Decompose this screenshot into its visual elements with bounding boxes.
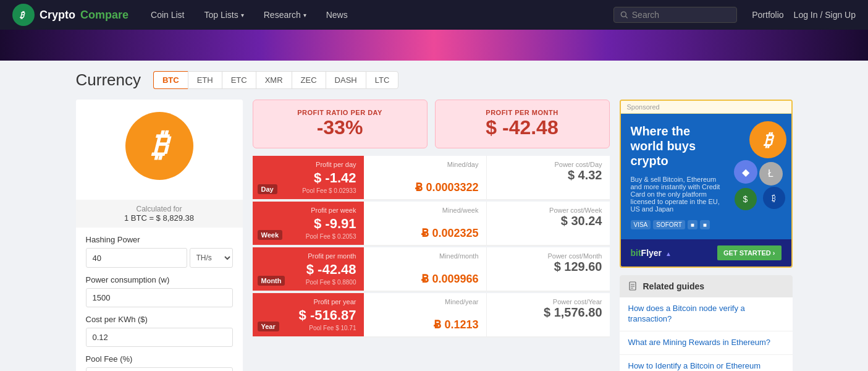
- tab-ltc[interactable]: LTC: [366, 71, 399, 89]
- mined-label: Mined/year: [371, 298, 479, 305]
- tab-eth[interactable]: ETH: [188, 71, 222, 89]
- mined-value: Ƀ 0.1213: [371, 318, 479, 331]
- search-icon: [620, 11, 628, 19]
- ad-description: Buy & sell Bitcoin, Ethereum and more in…: [631, 176, 720, 213]
- mined-value: Ƀ 0.002325: [371, 226, 479, 240]
- portfolio-link[interactable]: Portfolio: [752, 10, 783, 20]
- currency-header: Currency BTC ETH ETC XMR ZEC DASH LTC: [76, 70, 793, 90]
- tab-xmr[interactable]: XMR: [256, 71, 292, 89]
- list-item[interactable]: How does a Bitcoin node verify a transac…: [620, 297, 793, 331]
- page-title: Currency: [76, 70, 141, 90]
- mined-label: Mined/month: [371, 252, 479, 260]
- calc-for-label: Calculated for: [81, 205, 238, 213]
- brand-logo-area[interactable]: ₿ CryptoCompare: [12, 4, 129, 26]
- period-badge: Day: [258, 184, 277, 194]
- btc-symbol: ₿: [151, 126, 167, 163]
- list-item[interactable]: How to Identify a Bitcoin or Ethereum: [620, 355, 793, 371]
- profit-label: Profit per year: [260, 298, 356, 305]
- profit-value: $ -516.87: [260, 307, 356, 323]
- ad-ltc-icon: Ł: [759, 162, 783, 186]
- tab-zec[interactable]: ZEC: [292, 71, 326, 89]
- search-box[interactable]: [613, 7, 737, 23]
- ad-box[interactable]: Sponsored Where the world buys crypto ₿ …: [620, 100, 793, 268]
- cost-per-kwh-input[interactable]: [86, 328, 233, 347]
- hashing-power-unit-select[interactable]: TH/s GH/s MH/s: [190, 248, 233, 268]
- get-started-button[interactable]: GET STARTED ›: [717, 245, 782, 260]
- hashing-power-row: TH/s GH/s MH/s: [86, 248, 233, 268]
- nav-research[interactable]: Research ▾: [256, 1, 314, 28]
- profit-cell-right: Power cost/Day $ 4.32: [487, 156, 610, 199]
- table-row: Profit per day $ -1.42 Pool Fee $ 0.0293…: [253, 156, 610, 200]
- bitflyer-logo: bitFlyer ▲: [631, 248, 672, 258]
- cost-per-kwh-label: Cost per KWh ($): [86, 315, 233, 324]
- power-consumption-input[interactable]: [86, 288, 233, 307]
- profit-label: Profit per week: [260, 207, 356, 214]
- main-layout: ₿ Calculated for 1 BTC = $ 8,829.38 Hash…: [76, 100, 793, 371]
- list-item[interactable]: What are Mining Rewards in Ethereum?: [620, 331, 793, 355]
- currency-tabs: BTC ETH ETC XMR ZEC DASH LTC: [153, 71, 398, 89]
- ad-footer: bitFlyer ▲ GET STARTED ›: [621, 239, 791, 267]
- profit-cell-right: Power cost/Year $ 1,576.80: [487, 293, 610, 336]
- profit-cell-right: Power cost/Week $ 30.24: [487, 202, 610, 245]
- pool-fee-label: Pool Fee (%): [86, 354, 233, 364]
- hashing-power-input[interactable]: [86, 248, 187, 268]
- tab-etc[interactable]: ETC: [222, 71, 256, 89]
- period-badge: Year: [258, 322, 279, 331]
- profit-cell-mid: Mined/year Ƀ 0.1213: [364, 293, 487, 336]
- ad-eth-icon: ◆: [734, 160, 757, 184]
- ad-title: Where the world buys crypto: [631, 124, 723, 168]
- ad-content: Where the world buys crypto ₿ ◆ Ł $ ₿ Bu…: [621, 114, 791, 239]
- profit-month-box: PROFIT PER MONTH $ -42.48: [435, 100, 610, 148]
- navbar: ₿ CryptoCompare Coin List Top Lists ▾ Re…: [0, 0, 868, 30]
- profit-rows: Profit per day $ -1.42 Pool Fee $ 0.0293…: [253, 156, 610, 339]
- left-panel: ₿ Calculated for 1 BTC = $ 8,829.38 Hash…: [76, 100, 243, 371]
- power-value: $ 129.60: [494, 260, 602, 274]
- power-value: $ 30.24: [494, 214, 602, 228]
- profit-value: $ -9.91: [260, 216, 356, 232]
- power-label: Power cost/Month: [494, 252, 602, 260]
- brand-name-compare: Compare: [80, 9, 129, 22]
- nav-coin-list[interactable]: Coin List: [143, 1, 192, 28]
- profit-cell-left: Profit per week $ -9.91 Pool Fee $ 0.205…: [253, 202, 364, 245]
- power-label: Power cost/Day: [494, 161, 602, 168]
- profit-value: $ -1.42: [260, 170, 356, 186]
- center-panel: PROFIT RATIO PER DAY -33% PROFIT PER MON…: [253, 100, 610, 339]
- profit-cell-left: Profit per month $ -42.48 Pool Fee $ 0.8…: [253, 247, 364, 291]
- pool-fee-row: [86, 367, 233, 371]
- power-consumption-label: Power consumption (w): [86, 275, 233, 284]
- top-banner: [0, 30, 868, 61]
- nav-top-lists[interactable]: Top Lists ▾: [197, 1, 251, 28]
- pool-fee-input[interactable]: [86, 367, 233, 371]
- calc-for-box: Calculated for 1 BTC = $ 8,829.38: [76, 200, 243, 228]
- svg-line-3: [626, 16, 628, 18]
- profit-ratio-label: PROFIT RATIO PER DAY: [264, 109, 416, 116]
- login-link[interactable]: Log In / Sign Up: [794, 10, 856, 20]
- ad-payment-row: VISA SOFORT ■ ■: [631, 220, 782, 229]
- profit-cell-mid: Mined/week Ƀ 0.002325: [364, 202, 487, 245]
- power-consumption-row: [86, 288, 233, 307]
- nav-right-actions: Portfolio Log In / Sign Up: [752, 10, 856, 20]
- period-badge: Month: [258, 276, 285, 286]
- nav-news[interactable]: News: [319, 1, 355, 28]
- summary-row: PROFIT RATIO PER DAY -33% PROFIT PER MON…: [253, 100, 610, 148]
- power-value: $ 1,576.80: [494, 305, 602, 320]
- profit-value: $ -42.48: [260, 262, 356, 278]
- related-guides: Related guides How does a Bitcoin node v…: [620, 275, 793, 371]
- power-label: Power cost/Year: [494, 298, 602, 305]
- page-content: Currency BTC ETH ETC XMR ZEC DASH LTC ₿ …: [64, 61, 805, 371]
- tab-dash[interactable]: DASH: [326, 71, 366, 89]
- logo-icon: ₿: [12, 4, 35, 26]
- tab-btc[interactable]: BTC: [153, 71, 188, 89]
- brand-name-crypto: Crypto: [40, 9, 75, 22]
- profit-cell-left: Profit per year $ -516.87 Pool Fee $ 10.…: [253, 293, 364, 336]
- mined-value: Ƀ 0.009966: [371, 272, 479, 286]
- power-label: Power cost/Week: [494, 207, 602, 214]
- profit-label: Profit per month: [260, 252, 356, 260]
- btc-icon: ₿: [125, 112, 193, 180]
- mined-label: Mined/day: [371, 161, 479, 168]
- banner-image: [0, 30, 868, 61]
- search-input[interactable]: [632, 10, 730, 20]
- profit-cell-left: Profit per day $ -1.42 Pool Fee $ 0.0293…: [253, 156, 364, 199]
- svg-point-2: [622, 12, 626, 17]
- visa-badge: VISA: [631, 220, 651, 229]
